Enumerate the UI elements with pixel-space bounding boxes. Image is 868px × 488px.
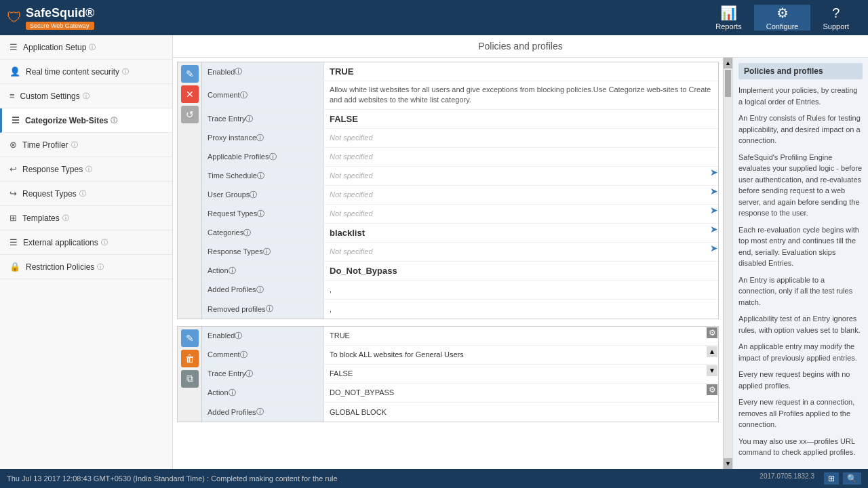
main-panel: ✎ ✕ ↺ Enabled ⓘ TRUE	[173, 58, 723, 469]
trace-help-icon-2[interactable]: ⓘ	[245, 369, 253, 379]
proxy-help-icon-1[interactable]: ⓘ	[256, 133, 264, 143]
nav-reports[interactable]: 📊 Reports	[703, 5, 754, 30]
field-request-types-1: Request Types ⓘ Not specified ➤	[202, 205, 718, 224]
right-panel-p8: Every new request begins with no applied…	[738, 369, 863, 391]
sidebar-item-external-applications[interactable]: ☰ External applications ⓘ	[0, 230, 172, 255]
value-enabled-2: TRUE	[324, 327, 707, 345]
footer-icon-btn-1[interactable]: ⊞	[824, 472, 839, 485]
time-schedule-help-icon-1[interactable]: ⓘ	[257, 171, 264, 181]
scroll-top-2[interactable]: ⚙	[707, 327, 717, 338]
nav-configure[interactable]: ⚙ Configure	[754, 5, 811, 30]
categorize-icon: ☰	[12, 115, 20, 125]
footer-version: 2017.0705.1832.3	[760, 472, 814, 485]
main-scrollbar[interactable]: ▲ ▼	[723, 58, 732, 469]
nav-support[interactable]: ? Support	[810, 5, 861, 30]
categories-help-icon-1[interactable]: ⓘ	[243, 228, 251, 238]
delete-button-1[interactable]: ✕	[181, 85, 199, 103]
restriction-help-icon[interactable]: ⓘ	[97, 262, 104, 272]
sidebar-item-custom-settings[interactable]: ≡ Custom Settings ⓘ	[0, 84, 172, 108]
label-added-profiles-1: Added Profiles ⓘ	[202, 281, 324, 299]
field-response-types-1: Response Types ⓘ Not specified ➤	[202, 243, 718, 262]
external-apps-help-icon[interactable]: ⓘ	[101, 238, 108, 247]
sidebar-item-time-profiler[interactable]: ⊗ Time Profiler ⓘ	[0, 133, 172, 157]
scroll-bottom-2[interactable]: ⚙	[707, 384, 717, 395]
removed-profiles-help-icon-1[interactable]: ⓘ	[266, 304, 273, 314]
value-user-groups-1: Not specified	[324, 186, 710, 204]
footer-icons: 2017.0705.1832.3 ⊞ 🔍	[760, 472, 861, 485]
response-types-help-icon[interactable]: ⓘ	[85, 165, 92, 174]
time-profiler-help-icon[interactable]: ⓘ	[71, 140, 78, 150]
added-profiles-help-icon-2[interactable]: ⓘ	[256, 407, 264, 417]
support-icon: ?	[832, 5, 840, 21]
action-help-icon-1[interactable]: ⓘ	[229, 266, 236, 276]
sidebar-item-categorize-web-sites[interactable]: ☰ Categorize Web-Sites ⓘ	[0, 108, 172, 133]
time-profiler-icon: ⊗	[9, 140, 17, 150]
entry-row-2: ✎ 🗑 ⧉ Enabled ⓘ TRUE ⚙	[178, 327, 718, 422]
label-action-2: Action ⓘ	[202, 384, 324, 402]
added-profiles-help-icon-1[interactable]: ⓘ	[256, 285, 264, 295]
label-categories-1: Categories ⓘ	[202, 224, 324, 242]
request-types-help-icon-1[interactable]: ⓘ	[257, 209, 264, 219]
copy-button-2[interactable]: ⧉	[181, 370, 199, 388]
value-added-profiles-2: GLOBAL BLOCK	[324, 403, 718, 422]
enabled-help-icon-2[interactable]: ⓘ	[235, 331, 242, 341]
sidebar-item-realtime-content[interactable]: 👤 Real time content security ⓘ	[0, 60, 172, 84]
realtime-help-icon[interactable]: ⓘ	[122, 67, 129, 77]
request-types-help-icon[interactable]: ⓘ	[79, 189, 86, 199]
field-user-groups-1: User Groups ⓘ Not specified ➤	[202, 186, 718, 205]
applicable-profiles-help-icon-1[interactable]: ⓘ	[269, 152, 277, 162]
categorize-help-icon[interactable]: ⓘ	[111, 116, 117, 125]
restore-button-1[interactable]: ↺	[181, 106, 199, 123]
value-comment-1: Allow white list websites for all users …	[324, 81, 718, 109]
sidebar-item-realtime-label: Real time content security	[26, 67, 119, 77]
enabled-help-icon-1[interactable]: ⓘ	[235, 66, 242, 77]
scroll-down-btn[interactable]: ▼	[724, 458, 732, 469]
sidebar-item-request-types[interactable]: ↪ Request Types ⓘ	[0, 182, 172, 206]
sidebar-item-application-setup[interactable]: ☰ Application Setup ⓘ	[0, 35, 172, 60]
right-panel-p7: An applicable entry may modify the impac…	[738, 341, 863, 363]
request-types-nav-1[interactable]: ➤	[710, 205, 718, 223]
comment-help-icon-2[interactable]: ⓘ	[240, 350, 248, 360]
delete-button-2[interactable]: 🗑	[181, 350, 199, 367]
scroll-down-2[interactable]: ▼	[707, 365, 717, 376]
field-trace-1: Trace Entry ⓘ FALSE	[202, 110, 718, 129]
templates-help-icon[interactable]: ⓘ	[62, 214, 69, 223]
time-schedule-nav-1[interactable]: ➤	[710, 167, 718, 185]
scroll-thumb	[725, 70, 731, 97]
trace-help-icon-1[interactable]: ⓘ	[245, 114, 253, 124]
response-types-help-icon-1[interactable]: ⓘ	[263, 247, 271, 257]
value-proxy-1: Not specified	[324, 129, 718, 147]
scroll-up-btn[interactable]: ▲	[724, 58, 732, 68]
footer-icon-btn-2[interactable]: 🔍	[843, 472, 861, 485]
categories-nav-1[interactable]: ➤	[710, 224, 718, 242]
edit-button-2[interactable]: ✎	[181, 329, 199, 347]
label-enabled-1: Enabled ⓘ	[202, 62, 324, 81]
restriction-icon: 🔒	[9, 262, 20, 272]
label-comment-2: Comment ⓘ	[202, 346, 324, 364]
label-action-1: Action ⓘ	[202, 262, 324, 280]
right-panel-p4: Each re-evaluation cycle begins with top…	[738, 224, 863, 269]
application-setup-help-icon[interactable]: ⓘ	[89, 43, 96, 52]
value-action-1: Do_Not_Bypass	[324, 262, 718, 280]
sidebar-item-response-types[interactable]: ↩ Response Types ⓘ	[0, 157, 172, 182]
sidebar-item-templates-label: Templates	[22, 214, 60, 223]
custom-settings-help-icon[interactable]: ⓘ	[83, 92, 90, 101]
edit-button-1[interactable]: ✎	[181, 65, 199, 83]
user-groups-help-icon-1[interactable]: ⓘ	[250, 190, 257, 200]
comment-help-icon-1[interactable]: ⓘ	[240, 90, 248, 100]
action-help-icon-2[interactable]: ⓘ	[229, 388, 236, 398]
user-groups-nav-1[interactable]: ➤	[710, 186, 718, 204]
right-panel-p3: SafeSquid's Profiling Engine evaluates y…	[738, 152, 863, 219]
sidebar-item-restriction-policies[interactable]: 🔒 Restriction Policies ⓘ	[0, 255, 172, 279]
scroll-up-2[interactable]: ▲	[707, 346, 717, 357]
label-proxy-1: Proxy instance ⓘ	[202, 129, 324, 147]
footer-status: Thu Jul 13 2017 12:08:43 GMT+0530 (India…	[7, 474, 338, 483]
sidebar-item-request-types-label: Request Types	[22, 189, 77, 199]
field-action-2: Action ⓘ DO_NOT_BYPASS ⚙	[202, 384, 718, 403]
sidebar-item-templates[interactable]: ⊞ Templates ⓘ	[0, 206, 172, 230]
value-removed-profiles-1: ,	[324, 300, 718, 319]
field-categories-1: Categories ⓘ blacklist ➤	[202, 224, 718, 243]
right-panel: Policies and profiles Implement your pol…	[732, 58, 868, 469]
response-types-nav-1[interactable]: ➤	[710, 243, 718, 261]
sidebar: ☰ Application Setup ⓘ 👤 Real time conten…	[0, 35, 173, 469]
